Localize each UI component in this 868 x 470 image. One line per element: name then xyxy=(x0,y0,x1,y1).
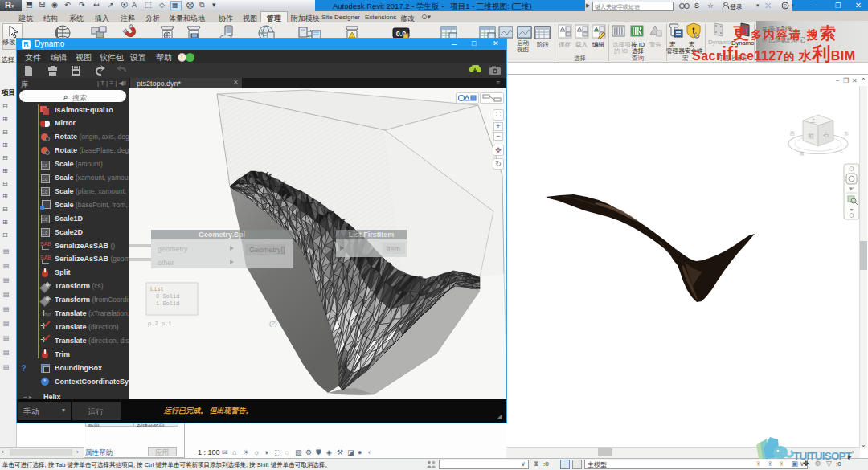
svg-text:?: ? xyxy=(784,3,787,9)
svg-text:南: 南 xyxy=(800,151,805,156)
svg-text:前: 前 xyxy=(808,133,814,140)
svg-text:other: other xyxy=(158,259,174,267)
svg-text:东: 东 xyxy=(844,130,849,136)
svg-text:Geometry.Spl: Geometry.Spl xyxy=(199,231,245,239)
svg-text:上: 上 xyxy=(810,117,816,123)
svg-text:1 Solid: 1 Solid xyxy=(156,300,179,307)
svg-text:List.FirstItem: List.FirstItem xyxy=(349,231,395,239)
svg-text:(2): (2) xyxy=(269,320,277,327)
svg-text:右: 右 xyxy=(823,131,829,138)
svg-text:geometry: geometry xyxy=(158,245,188,253)
svg-text:p.2 p.1: p.2 p.1 xyxy=(148,321,171,327)
svg-text:List: List xyxy=(150,286,164,292)
svg-text:TUITUISOPT: TUITUISOPT xyxy=(793,450,853,462)
svg-text:西: 西 xyxy=(790,131,795,137)
svg-text:Geometry[]: Geometry[] xyxy=(249,246,285,254)
svg-text:⌂: ⌂ xyxy=(840,149,843,153)
svg-text:▸: ▸ xyxy=(848,452,852,460)
svg-text:item: item xyxy=(387,245,400,253)
svg-text:0 Solid: 0 Solid xyxy=(156,293,179,300)
